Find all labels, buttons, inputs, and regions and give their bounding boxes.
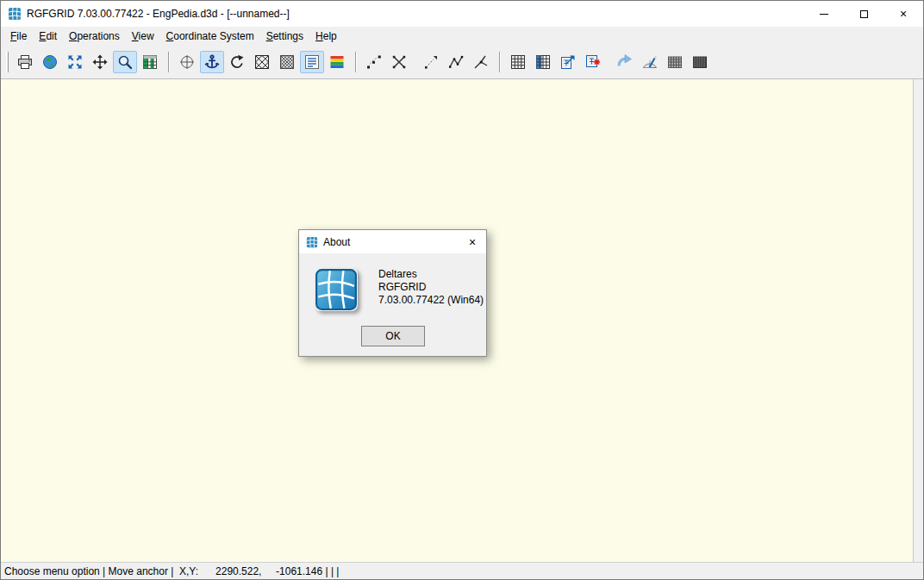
maximize-button[interactable] [844,1,883,27]
toolbar-gripper[interactable] [6,52,9,72]
insert-point-button[interactable] [419,51,443,73]
item-list-button[interactable] [300,51,324,73]
mesh-coarse-button[interactable] [250,51,274,73]
merge-splines-icon [472,53,490,71]
world-icon [41,53,59,71]
status-text: Choose menu option | Move anchor | X,Y: … [1,565,340,577]
about-text-block: Deltares RGFGRID 7.03.00.77422 (Win64) [378,268,484,307]
zoom-magnifier-button[interactable] [113,51,137,73]
center-crosshair-button[interactable] [175,51,199,73]
close-button[interactable]: × [883,1,923,27]
ok-button[interactable]: OK [361,326,425,346]
anchor-icon [203,53,221,71]
mesh-coarse-icon [253,53,271,71]
dialog-body: Deltares RGFGRID 7.03.00.77422 (Win64) O… [299,253,486,357]
menu-coordinate-system-label: oordinate System [173,30,253,42]
color-legend-button[interactable] [325,51,349,73]
grid-block-dense-button[interactable] [688,51,712,73]
insert-point-icon [422,53,440,71]
menu-view[interactable]: View [126,28,160,44]
canvas-right-gutter [913,78,924,562]
crosshair-icon [178,53,196,71]
grid-block-icon [666,53,684,71]
about-vendor: Deltares [378,268,484,281]
menu-settings-accel: S [266,30,273,42]
app-icon [8,7,22,21]
application-window: RGFGRID 7.03.00.77422 - EngPedia.d3d - [… [0,0,924,580]
rotate-view-button[interactable] [225,51,249,73]
menu-operations-label: perations [77,30,119,42]
minimize-button[interactable] [804,1,844,27]
menu-view-label: iew [139,30,154,42]
spline-points-button[interactable] [362,51,386,73]
grid-partial-button[interactable] [531,51,555,73]
menu-edit[interactable]: Edit [33,28,63,44]
menu-edit-label: dit [46,30,57,42]
print-icon [16,53,34,71]
about-version: 7.03.00.77422 (Win64) [378,294,484,307]
redo-curve-button[interactable] [613,51,637,73]
rotate-icon [228,53,246,71]
pan-arrows-button[interactable] [88,51,112,73]
mesh-fine-icon [278,53,296,71]
about-dialog: About × Deltares RGFGRID 7.03.00.77422 (… [298,229,487,357]
menu-help[interactable]: Help [309,28,343,44]
menu-file-label: ile [16,30,27,42]
dialog-close-button[interactable]: × [459,230,486,253]
grid-table-button[interactable] [138,51,162,73]
about-product: RGFGRID [378,281,484,294]
dialog-app-icon [306,236,318,248]
title-bar: RGFGRID 7.03.00.77422 - EngPedia.d3d - [… [1,1,923,27]
grid-refine-icon [584,53,602,71]
merge-splines-button[interactable] [469,51,493,73]
measure-angle-icon [641,53,659,71]
toolbar-separator [355,52,357,72]
menu-coordinate-system-accel: C [166,30,174,42]
pan-arrows-icon [91,53,109,71]
menu-operations-accel: O [69,30,77,42]
print-button[interactable] [13,51,37,73]
mesh-fine-button[interactable] [275,51,299,73]
spline-points-icon [365,53,383,71]
zoom-extents-button[interactable] [63,51,87,73]
menu-help-label: elp [323,30,337,42]
minimize-icon [820,14,828,15]
menu-view-accel: V [132,30,139,42]
anchor-button[interactable] [200,51,224,73]
window-controls: × [804,1,923,27]
grid-table-icon [141,53,159,71]
menu-settings-label: ettings [273,30,303,42]
menu-operations[interactable]: Operations [63,28,126,44]
window-title: RGFGRID 7.03.00.77422 - EngPedia.d3d - [… [27,8,290,20]
polyline-button[interactable] [444,51,468,73]
zoom-extents-icon [66,53,84,71]
status-bar: Choose menu option | Move anchor | X,Y: … [1,562,923,580]
polyline-icon [447,53,465,71]
grid-extend-button[interactable] [556,51,580,73]
toolbar-separator [499,52,501,72]
menu-file[interactable]: File [4,28,33,44]
redo-curve-icon [616,53,634,71]
grid-refine-button[interactable] [581,51,605,73]
dialog-title-bar: About × [299,230,486,253]
close-icon: × [469,236,476,248]
grid-extend-icon [559,53,577,71]
color-legend-icon [328,53,346,71]
menu-settings[interactable]: Settings [260,28,309,44]
grid-button[interactable] [506,51,530,73]
magnifier-icon [116,53,134,71]
menu-coordinate-system[interactable]: Coordinate System [160,28,260,44]
measure-angle-button[interactable] [638,51,662,73]
delete-spline-button[interactable] [387,51,411,73]
maximize-icon [860,10,868,18]
world-projection-button[interactable] [38,51,62,73]
toolbar [1,46,923,78]
grid-partial-icon [534,53,552,71]
deltares-logo [315,268,358,311]
delete-spline-icon [390,53,408,71]
menu-help-accel: H [315,30,323,42]
menu-bar: File Edit Operations View Coordinate Sys… [1,27,923,46]
grid-icon [509,53,527,71]
item-list-icon [303,53,321,71]
grid-block-button[interactable] [663,51,687,73]
